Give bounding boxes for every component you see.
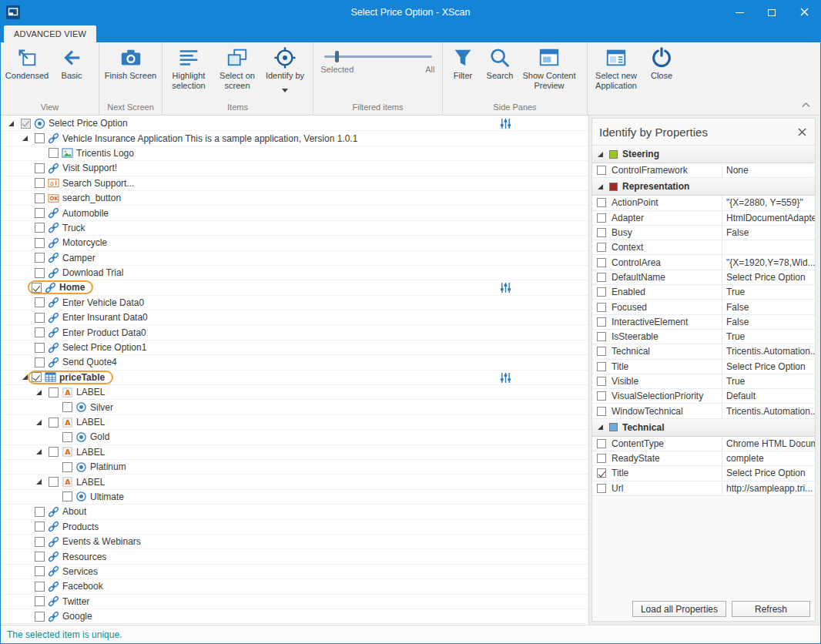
condensed-button[interactable]: Condensed [2, 45, 52, 81]
tree-item-products[interactable]: Products [1, 520, 588, 535]
tree-item-checkbox[interactable] [49, 387, 59, 397]
tree-item-services[interactable]: Services [1, 565, 588, 579]
tree-item-checkbox[interactable] [49, 477, 59, 487]
tree-item-checkbox[interactable] [62, 462, 72, 472]
property-checkbox[interactable] [597, 166, 606, 175]
property-checkbox[interactable] [597, 347, 606, 356]
property-checkbox[interactable] [597, 303, 606, 312]
show-content-preview-button[interactable]: Show Content Preview [518, 45, 580, 91]
tree-item-checkbox[interactable] [35, 357, 45, 367]
tree-item-checkbox[interactable] [35, 133, 45, 143]
property-checkbox[interactable] [597, 287, 606, 297]
tree-item-checkbox[interactable] [35, 268, 45, 278]
identify-criteria-icon[interactable] [500, 372, 511, 384]
property-row-adapter[interactable]: AdapterHtmlDocumentAdapter [592, 211, 815, 226]
slider-track[interactable] [324, 55, 432, 58]
select-new-application-button[interactable]: Select new Application [589, 45, 643, 91]
tree-item-checkbox[interactable] [35, 552, 45, 562]
tree-item-label[interactable]: ALABEL [1, 415, 588, 430]
tree-item-checkbox[interactable] [35, 522, 45, 532]
property-row-busy[interactable]: BusyFalse [592, 226, 815, 240]
tree-item-checkbox[interactable] [35, 537, 45, 547]
expander-icon[interactable] [33, 418, 44, 427]
tree-item-checkbox[interactable] [35, 163, 45, 173]
property-row-title[interactable]: TitleSelect Price Option [592, 466, 815, 481]
tree-item-visit-support[interactable]: Visit Support! [1, 161, 588, 176]
expander-icon[interactable] [597, 424, 605, 431]
tree-item-checkbox[interactable] [62, 491, 72, 501]
tree-item-checkbox[interactable] [21, 119, 31, 129]
property-checkbox[interactable] [597, 468, 606, 478]
load-all-properties-button[interactable]: Load all Properties [632, 601, 726, 617]
property-row-focused[interactable]: FocusedFalse [592, 300, 815, 314]
tree-item-vehicle-insurance-application-this-is-a-sample-application-version-1-0-1[interactable]: Vehicle Insurance Application This is a … [1, 131, 588, 146]
panel-close-icon[interactable] [796, 126, 808, 138]
property-checkbox[interactable] [597, 258, 606, 267]
property-checkbox[interactable] [597, 362, 606, 371]
tree-item-checkbox[interactable] [49, 447, 59, 457]
tree-item-enter-product-data0[interactable]: Enter Product Data0 [1, 325, 588, 340]
select-on-screen-button[interactable]: Select on screen [213, 45, 261, 91]
property-row-controlarea[interactable]: ControlArea"{X=1920,Y=78,Wid... [592, 255, 815, 270]
tree-item-checkbox[interactable] [35, 566, 45, 576]
property-checkbox[interactable] [597, 484, 606, 493]
identify-criteria-icon[interactable] [500, 282, 511, 293]
tree-item-truck[interactable]: Truck [1, 221, 588, 236]
tree-item-resources[interactable]: Resources [1, 549, 588, 564]
minimize-button[interactable] [723, 1, 756, 24]
property-checkbox[interactable] [597, 454, 606, 463]
tree-item-checkbox[interactable] [35, 297, 45, 307]
property-checkbox[interactable] [597, 198, 606, 207]
tree-item-checkbox[interactable] [49, 418, 59, 428]
property-checkbox[interactable] [597, 407, 606, 416]
tree-item-label[interactable]: ALABEL [1, 385, 588, 400]
maximize-button[interactable] [756, 1, 788, 24]
section-header-representation[interactable]: Representation [592, 178, 815, 196]
filter-button[interactable]: Filter [444, 45, 481, 81]
finish-screen-button[interactable]: Finish Screen [104, 45, 158, 81]
close-button[interactable] [788, 1, 820, 24]
property-row-interactiveelement[interactable]: InteractiveElementFalse [592, 315, 815, 330]
tree-item-enter-vehicle-data0[interactable]: Enter Vehicle Data0 [1, 296, 588, 310]
tree-item-motorcycle[interactable]: Motorcycle [1, 236, 588, 250]
property-checkbox[interactable] [597, 391, 606, 401]
tree-item-google[interactable]: Google [1, 609, 588, 624]
expander-icon[interactable] [597, 151, 605, 158]
tree-item-checkbox[interactable] [35, 612, 45, 622]
tree-item-twitter[interactable]: Twitter [1, 595, 588, 609]
tree-item-search-button[interactable]: OKsearch_button [1, 191, 588, 206]
expander-icon[interactable] [5, 119, 16, 128]
property-checkbox[interactable] [597, 213, 606, 223]
tree-item-tricentis-logo[interactable]: Tricentis Logo [1, 146, 588, 161]
tree-item-enter-insurant-data0[interactable]: Enter Insurant Data0 [1, 310, 588, 325]
tree-item-checkbox[interactable] [49, 148, 59, 158]
property-checkbox[interactable] [597, 228, 606, 237]
tree-item-checkbox[interactable] [35, 313, 45, 323]
tree-item-about[interactable]: About [1, 505, 588, 519]
property-checkbox[interactable] [597, 243, 606, 252]
property-checkbox[interactable] [597, 332, 606, 341]
property-row-readystate[interactable]: ReadyStatecomplete [592, 451, 815, 466]
collapse-ribbon-icon[interactable] [801, 97, 811, 111]
tree-item-checkbox[interactable] [35, 253, 45, 263]
close-scan-button[interactable]: Close [643, 45, 680, 81]
tree-item-home[interactable]: Home [1, 280, 588, 295]
property-row-issteerable[interactable]: IsSteerableTrue [592, 330, 815, 344]
property-row-title[interactable]: TitleSelect Price Option [592, 360, 815, 374]
tree-item-automobile[interactable]: Automobile [1, 206, 588, 220]
expander-icon[interactable] [33, 387, 44, 397]
tree-item-checkbox[interactable] [35, 343, 45, 353]
property-row-context[interactable]: Context [592, 240, 815, 255]
tree-item-gold[interactable]: Gold [1, 430, 588, 444]
tree-item-checkbox[interactable] [35, 208, 45, 218]
expander-icon[interactable] [597, 183, 605, 190]
property-row-technical[interactable]: TechnicalTricentis.Automation... [592, 344, 815, 359]
property-row-defaultname[interactable]: DefaultNameSelect Price Option [592, 270, 815, 285]
tree-item-pricetable[interactable]: priceTable [1, 371, 588, 385]
tree-item-checkbox[interactable] [62, 432, 72, 442]
property-checkbox[interactable] [597, 439, 606, 448]
tree-item-checkbox[interactable] [35, 327, 45, 337]
property-row-controlframework[interactable]: ControlFrameworkNone [592, 163, 815, 178]
property-row-actionpoint[interactable]: ActionPoint"{X=2880, Y=559}" [592, 196, 815, 210]
tree-item-checkbox[interactable] [35, 582, 45, 592]
